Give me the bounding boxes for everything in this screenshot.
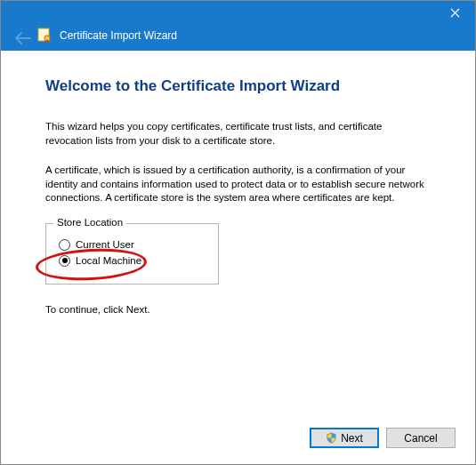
next-button[interactable]: Next [310, 428, 379, 448]
page-heading: Welcome to the Certificate Import Wizard [45, 77, 431, 95]
radio-label-local-machine: Local Machine [76, 255, 141, 266]
continue-text: To continue, click Next. [45, 304, 431, 315]
certificate-icon [36, 28, 52, 44]
button-row: Next Cancel [310, 428, 456, 448]
close-icon [450, 8, 460, 18]
window-title: Certificate Import Wizard [60, 29, 177, 42]
uac-shield-icon [326, 432, 337, 444]
store-location-legend: Store Location [53, 217, 126, 228]
radio-current-user[interactable]: Current User [59, 239, 209, 251]
wizard-content: Welcome to the Certificate Import Wizard… [1, 51, 475, 368]
titlebar: Certificate Import Wizard [1, 1, 475, 51]
back-arrow-icon [14, 31, 32, 45]
store-location-group: Store Location Current User Local Machin… [45, 223, 219, 285]
back-button [14, 31, 32, 45]
intro-text: This wizard helps you copy certificates,… [45, 120, 431, 148]
radio-local-machine[interactable]: Local Machine [59, 255, 209, 267]
radio-label-current-user: Current User [76, 239, 134, 250]
cancel-button-label: Cancel [404, 432, 437, 445]
next-button-label: Next [341, 432, 363, 445]
close-button[interactable] [435, 1, 475, 24]
radio-icon [59, 255, 70, 267]
explain-text: A certificate, which is issued by a cert… [45, 164, 431, 205]
cancel-button[interactable]: Cancel [386, 428, 456, 448]
title-row: Certificate Import Wizard [36, 28, 177, 44]
radio-icon [59, 239, 70, 251]
